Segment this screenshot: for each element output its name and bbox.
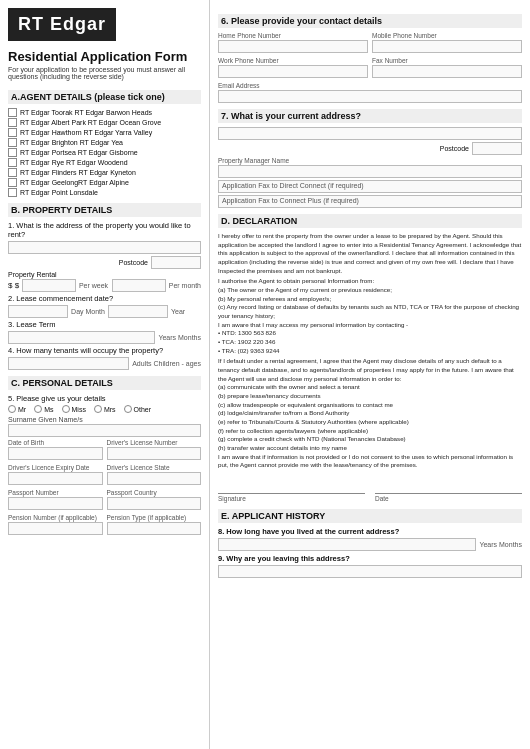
current-postcode-field[interactable] xyxy=(472,142,522,155)
declaration-text: I hereby offer to rent the property from… xyxy=(218,232,522,470)
years-lived-field[interactable] xyxy=(218,538,476,551)
postcode-label: Postcode xyxy=(119,259,148,266)
per-week-label: Per week xyxy=(79,282,109,289)
passport-country-field[interactable] xyxy=(107,497,202,510)
home-phone-label: Home Phone Number xyxy=(218,32,368,39)
checkbox[interactable] xyxy=(8,178,17,187)
q3-label: 3. Lease Term xyxy=(8,320,201,329)
property-rental-label: Property Rental xyxy=(8,271,201,278)
q6-header: 6. Please provide your contact details xyxy=(218,14,522,28)
rental-monthly-field[interactable] xyxy=(112,279,166,292)
checkbox[interactable] xyxy=(8,148,17,157)
dob-label: Date of Birth xyxy=(8,439,103,446)
logo: RT Edgar xyxy=(8,8,116,41)
radio-ms[interactable]: Ms xyxy=(34,405,53,413)
radio-miss-circle[interactable] xyxy=(62,405,70,413)
mobile-phone-field[interactable] xyxy=(372,40,522,53)
q4-label: 4. How many tenants will occupy the prop… xyxy=(8,346,201,355)
current-address-field[interactable] xyxy=(218,127,522,140)
year-label: Year xyxy=(171,308,201,315)
year-field[interactable] xyxy=(108,305,168,318)
checkbox[interactable] xyxy=(8,108,17,117)
postcode-field[interactable] xyxy=(151,256,201,269)
section-a-header: A.AGENT DETAILS (please tick one) xyxy=(8,90,201,104)
checkbox[interactable] xyxy=(8,168,17,177)
q1-label: 1. What is the address of the property y… xyxy=(8,221,201,239)
surname-label: Surname Given Name/s xyxy=(8,416,201,423)
drivers-license-field[interactable] xyxy=(107,447,202,460)
q5-label: 5. Please give us your details xyxy=(8,394,201,403)
passport-country-label: Passport Country xyxy=(107,489,202,496)
signature-row: Signature Date xyxy=(218,476,522,503)
list-item: RT Edgar Brighton RT Edgar Yea xyxy=(8,138,201,147)
fax-connect-label: Application Fax to Connect Plus (if requ… xyxy=(218,195,522,208)
section-b-header: B. PROPERTY DETAILS xyxy=(8,203,201,217)
home-phone-field[interactable] xyxy=(218,40,368,53)
fax-label: Fax Number xyxy=(372,57,522,64)
dollar-sign: $ $ xyxy=(8,281,19,290)
list-item: RT Edgar Hawthorn RT Edgar Yarra Valley xyxy=(8,128,201,137)
leaving-reason-field[interactable] xyxy=(218,565,522,578)
property-manager-field[interactable] xyxy=(218,165,522,178)
checkbox[interactable] xyxy=(8,138,17,147)
radio-other[interactable]: Other xyxy=(124,405,152,413)
drivers-state-label: Driver's Licence State xyxy=(107,464,202,471)
current-postcode-label: Postcode xyxy=(440,145,469,152)
email-label: Email Address xyxy=(218,82,522,89)
date-field[interactable] xyxy=(375,476,522,494)
rental-amount-field[interactable] xyxy=(22,279,76,292)
email-field[interactable] xyxy=(218,90,522,103)
radio-mr-circle[interactable] xyxy=(8,405,16,413)
work-phone-field[interactable] xyxy=(218,65,368,78)
radio-mr[interactable]: Mr xyxy=(8,405,26,413)
fax-field[interactable] xyxy=(372,65,522,78)
list-item: RT Edgar Toorak RT Edgar Barwon Heads xyxy=(8,108,201,117)
title-radio-group: Mr Ms Miss Mrs Other xyxy=(8,405,201,413)
signature-label: Signature xyxy=(218,495,365,502)
form-title: Residential Application Form xyxy=(8,49,201,64)
lease-term-field[interactable] xyxy=(8,331,155,344)
list-item: RT Edgar Flinders RT Edgar Kyneton xyxy=(8,168,201,177)
list-item: RT Edgar Rye RT Edgar Woodend xyxy=(8,158,201,167)
drivers-expiry-field[interactable] xyxy=(8,472,103,485)
mobile-phone-label: Mobile Phone Number xyxy=(372,32,522,39)
tenants-count-field[interactable] xyxy=(8,357,129,370)
years-months-label: Years Months xyxy=(479,541,522,548)
property-address-field[interactable] xyxy=(8,241,201,254)
q9-label: 9. Why are you leaving this address? xyxy=(218,554,522,563)
signature-field[interactable] xyxy=(218,476,365,494)
property-manager-label: Property Manager Name xyxy=(218,157,522,164)
passport-number-field[interactable] xyxy=(8,497,103,510)
radio-ms-circle[interactable] xyxy=(34,405,42,413)
checkbox[interactable] xyxy=(8,158,17,167)
day-month-field[interactable] xyxy=(8,305,68,318)
agent-list: RT Edgar Toorak RT Edgar Barwon Heads RT… xyxy=(8,108,201,197)
pension-type-field[interactable] xyxy=(107,522,202,535)
q7-header: 7. What is your current address? xyxy=(218,109,522,123)
checkbox[interactable] xyxy=(8,128,17,137)
list-item: RT Edgar GeelongRT Edgar Alpine xyxy=(8,178,201,187)
pension-number-label: Pension Number (if applicable) xyxy=(8,514,103,521)
radio-mrs-circle[interactable] xyxy=(94,405,102,413)
passport-number-label: Passport Number xyxy=(8,489,103,496)
fax-direct-label: Application Fax to Direct Connect (if re… xyxy=(218,180,522,193)
drivers-license-label: Driver's License Number xyxy=(107,439,202,446)
radio-other-circle[interactable] xyxy=(124,405,132,413)
list-item: RT Edgar Portsea RT Edgar Gisborne xyxy=(8,148,201,157)
form-subtitle: For your application to be processed you… xyxy=(8,66,201,80)
dob-field[interactable] xyxy=(8,447,103,460)
section-d-header: D. DECLARATION xyxy=(218,214,522,228)
pension-number-field[interactable] xyxy=(8,522,103,535)
drivers-state-field[interactable] xyxy=(107,472,202,485)
q8-label: 8. How long have you lived at the curren… xyxy=(218,527,522,536)
list-item: RT Edgar Albert Park RT Edgar Ocean Grov… xyxy=(8,118,201,127)
per-month-label: Per month xyxy=(169,282,201,289)
surname-field[interactable] xyxy=(8,424,201,437)
radio-miss[interactable]: Miss xyxy=(62,405,86,413)
q2-label: 2. Lease commencement date? xyxy=(8,294,201,303)
checkbox[interactable] xyxy=(8,188,17,197)
years-months-label: Years Months xyxy=(158,334,201,341)
checkbox[interactable] xyxy=(8,118,17,127)
radio-mrs[interactable]: Mrs xyxy=(94,405,116,413)
section-e-header: E. APPLICANT HISTORY xyxy=(218,509,522,523)
